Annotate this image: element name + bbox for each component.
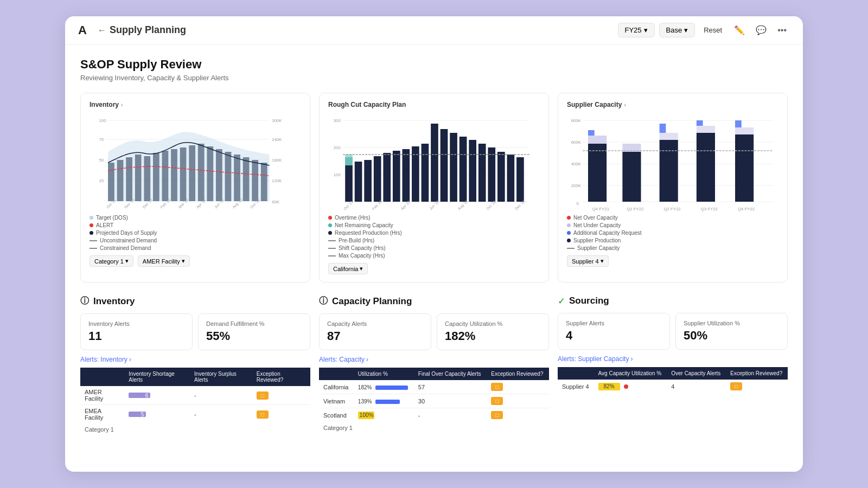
supplier-alerts-label: Supplier Alerts xyxy=(566,320,662,326)
comment-icon[interactable]: 💬 xyxy=(752,23,770,37)
capacity-utilization-value: 182% xyxy=(445,329,541,343)
demand-fulfillment-card: Demand Fulfillment % 55% xyxy=(198,313,310,350)
surplus-cell: - xyxy=(190,405,252,424)
reset-button[interactable]: Reset xyxy=(699,23,726,37)
table-footer-label xyxy=(558,393,788,399)
reviewed-cell: □ xyxy=(252,405,310,424)
capacity-chart-footer: California ▾ xyxy=(328,263,540,274)
svg-rect-92 xyxy=(660,140,678,202)
utilization-cell: 182% xyxy=(354,380,414,394)
table-header-reviewed: Exception Reviewed? xyxy=(726,367,788,380)
svg-rect-55 xyxy=(403,149,410,202)
svg-rect-50 xyxy=(355,162,362,202)
table-row: California 182% 57 □ xyxy=(319,380,549,394)
supplier-chart-title: Supplier Capacity › xyxy=(567,101,778,108)
facility-dropdown[interactable]: AMER Facility ▾ xyxy=(138,255,190,267)
svg-rect-87 xyxy=(588,144,607,202)
svg-rect-66 xyxy=(507,155,515,202)
sourcing-alert-link[interactable]: Alerts: Supplier Capacity › xyxy=(558,355,788,363)
table-footer-label: Category 1 xyxy=(319,422,549,434)
capacity-alert-link[interactable]: Alerts: Capacity › xyxy=(319,356,549,363)
svg-rect-95 xyxy=(697,133,715,202)
inventory-alerts-card: Inventory Alerts 11 xyxy=(80,313,193,350)
table-row: AMER Facility 6 - □ xyxy=(80,386,310,405)
svg-rect-90 xyxy=(622,152,641,202)
inventory-chart-footer: Category 1 ▾ AMER Facility ▾ xyxy=(90,255,301,267)
edit-icon[interactable]: ✏️ xyxy=(731,23,748,37)
svg-rect-57 xyxy=(422,144,429,202)
more-icon[interactable]: ••• xyxy=(774,23,790,37)
location-name: California xyxy=(319,380,354,394)
svg-text:Q4 FY22: Q4 FY22 xyxy=(738,207,755,211)
page-title: S&OP Supply Review xyxy=(80,57,788,72)
back-nav[interactable]: ← Supply Planning xyxy=(98,24,186,36)
svg-rect-96 xyxy=(697,126,715,133)
inventory-chart-card: Inventory › 100 75 50 25 300K 240K 180K … xyxy=(80,93,310,282)
inventory-section-header: ⓘ Inventory xyxy=(80,296,310,307)
svg-rect-51 xyxy=(364,160,372,202)
shortage-cell: 6 xyxy=(124,386,190,405)
table-row: Vietnam 139% 30 □ xyxy=(319,394,549,408)
supplier-chart-footer: Supplier 4 ▾ xyxy=(567,255,778,267)
svg-rect-94 xyxy=(660,124,666,133)
svg-text:600K: 600K xyxy=(571,140,582,145)
fy-dropdown[interactable]: FY25 ▾ xyxy=(618,23,655,37)
california-dropdown[interactable]: California ▾ xyxy=(328,263,368,274)
back-arrow-icon: ← xyxy=(98,25,106,35)
svg-rect-97 xyxy=(697,120,703,126)
supplier-utilization-value: 50% xyxy=(684,329,780,343)
link-arrow-icon2: › xyxy=(366,356,368,363)
app-container: A ← Supply Planning FY25 ▾ Base ▾ Reset … xyxy=(65,16,803,472)
table-row: Supplier 4 82% 4 □ xyxy=(558,380,788,393)
chart-title-arrow: › xyxy=(121,102,123,108)
table-row: Scotland 100% - □ xyxy=(319,408,549,422)
link-arrow-icon: › xyxy=(129,356,131,363)
over-alerts-cell: 57 xyxy=(414,380,487,394)
table-header-name xyxy=(80,368,124,386)
svg-rect-60 xyxy=(450,133,457,202)
svg-text:300: 300 xyxy=(334,118,341,123)
inventory-metric-cards: Inventory Alerts 11 Demand Fulfillment %… xyxy=(80,313,310,350)
table-header-reviewed: Exception Reviewed? xyxy=(252,368,310,386)
category-dropdown[interactable]: Category 1 ▾ xyxy=(90,255,133,267)
capacity-alerts-card: Capacity Alerts 87 xyxy=(319,313,431,350)
inventory-section: ⓘ Inventory Inventory Alerts 11 Demand F… xyxy=(80,296,310,435)
surplus-cell: - xyxy=(190,386,252,405)
over-alerts-cell: - xyxy=(414,408,487,422)
capacity-section: ⓘ Capacity Planning Capacity Alerts 87 C… xyxy=(319,296,549,435)
info-icon2: ⓘ xyxy=(319,296,328,307)
utilization-cell: 100% xyxy=(354,408,414,422)
capacity-chart-legend: Overtime (Hrs) Net Remaining Capacity Re… xyxy=(328,215,540,259)
inventory-alert-link[interactable]: Alerts: Inventory › xyxy=(80,356,310,363)
svg-rect-59 xyxy=(441,129,448,202)
svg-rect-54 xyxy=(393,151,400,202)
reviewed-cell: □ xyxy=(252,386,310,405)
over-alerts-cell: 4 xyxy=(667,380,726,393)
capacity-metric-cards: Capacity Alerts 87 Capacity Utilization … xyxy=(319,313,549,350)
facility-name: AMER Facility xyxy=(80,386,124,405)
svg-text:400K: 400K xyxy=(571,162,582,166)
svg-rect-53 xyxy=(383,153,391,202)
info-icon: ⓘ xyxy=(80,296,89,307)
svg-text:100: 100 xyxy=(99,118,107,123)
svg-rect-58 xyxy=(431,124,438,202)
charts-row: Inventory › 100 75 50 25 300K 240K 180K … xyxy=(80,93,788,282)
svg-rect-98 xyxy=(735,134,754,202)
base-dropdown[interactable]: Base ▾ xyxy=(659,23,695,37)
table-header-over-alerts: Over Capacity Alerts xyxy=(667,367,726,380)
supplier-dropdown[interactable]: Supplier 4 ▾ xyxy=(567,255,609,267)
svg-rect-61 xyxy=(459,137,467,202)
table-header-reviewed: Exception Reviewed? xyxy=(487,368,549,380)
svg-text:300K: 300K xyxy=(272,118,282,123)
svg-text:75: 75 xyxy=(99,137,104,142)
inventory-table: Inventory Shortage Alerts Inventory Surp… xyxy=(80,368,310,435)
table-footer-row: Category 1 xyxy=(80,423,310,435)
demand-fulfillment-value: 55% xyxy=(206,329,302,343)
capacity-table: Utilization % Final Over Capacity Alerts… xyxy=(319,368,549,434)
reviewed-cell: □ xyxy=(487,394,549,408)
svg-rect-100 xyxy=(735,120,742,127)
page-nav-title: Supply Planning xyxy=(110,24,186,36)
svg-text:Q4 FY21: Q4 FY21 xyxy=(592,207,609,211)
inventory-alerts-value: 11 xyxy=(88,329,184,343)
inventory-chart-title: Inventory › xyxy=(90,101,301,108)
